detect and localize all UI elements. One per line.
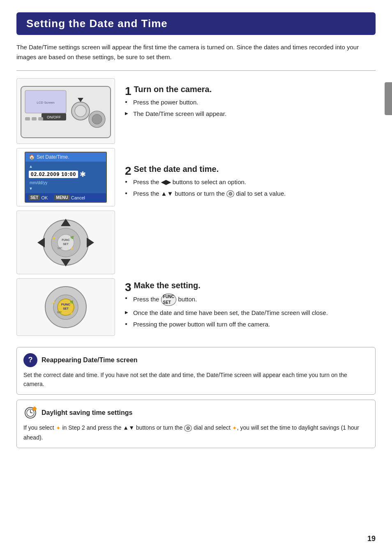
step3-item-0: Press the FUNCSET button. <box>125 294 376 306</box>
svg-text:🌿: 🌿 <box>70 236 74 239</box>
dpad-svg: FUNC SET MF 🌙 🌿 ⚡ <box>17 211 115 274</box>
daylight-text: If you select ✦ in Step 2 and press the … <box>23 423 369 442</box>
svg-rect-9 <box>32 117 37 120</box>
step2-item-1: Press the ▲▼ buttons or turn the ⊙ dial … <box>125 189 376 198</box>
svg-text:ON/OFF: ON/OFF <box>47 115 61 119</box>
dt-menu-label: MENU <box>54 195 69 200</box>
step3-title: Make the setting. <box>134 281 201 290</box>
step1-header: 1 Turn on the camera. <box>125 85 376 94</box>
step1-number: 1 <box>125 86 131 97</box>
step1-content: 1 Turn on the camera. Press the power bu… <box>125 82 376 121</box>
dt-cancel-btn: MENU Cancel <box>54 195 85 200</box>
svg-text:MF: MF <box>58 246 62 250</box>
dt-cancel-text: Cancel <box>71 195 85 200</box>
daylight-info-box: Daylight saving time settings If you sel… <box>16 400 376 448</box>
step2-items: Press the ◀▶ buttons to select an option… <box>125 177 376 199</box>
svg-text:MF: MF <box>57 310 62 314</box>
intro-text: The Date/Time settings screen will appea… <box>16 42 376 62</box>
page: Setting the Date and Time The Date/Time … <box>0 0 392 553</box>
step1-item-1: The Date/Time screen will appear. <box>125 109 376 118</box>
up-down-arrows-2: ▲▼ <box>123 424 134 431</box>
reappear-title: Reappearing Date/Time screen <box>42 356 138 364</box>
step1-item-0: Press the power button. <box>125 97 376 107</box>
dt-header: 🏠 Set Date/Time. <box>25 153 106 162</box>
step2-header: 2 Set the date and time. <box>125 164 376 174</box>
title-bar: Setting the Date and Time <box>16 12 376 35</box>
step1-image: ON/OFF LCD Screen <box>16 78 115 144</box>
dt-value: 02.02.2009 10:00 <box>29 171 78 178</box>
svg-text:LCD Screen: LCD Screen <box>37 101 55 104</box>
camera-svg: ON/OFF LCD Screen <box>17 78 115 144</box>
reappear-icon: ? <box>23 353 37 367</box>
dt-body: ▲ 02.02.2009 10:00 ✱ mm/dd/yy ▼ <box>25 162 106 193</box>
step2-title: Set the date and time. <box>134 164 219 174</box>
svg-text:🌙: 🌙 <box>51 300 55 304</box>
svg-text:🌙: 🌙 <box>52 236 55 239</box>
page-title: Setting the Date and Time <box>26 17 366 30</box>
step2-item-0: Press the ◀▶ buttons to select an option… <box>125 177 376 187</box>
dt-ok-btn: SET OK <box>29 195 48 200</box>
step3-header: 3 Make the setting. <box>125 281 376 290</box>
reappear-text: Set the correct date and time. If you ha… <box>23 370 369 389</box>
step1-title: Turn on the camera. <box>134 85 212 94</box>
dial-icon-2: ⊙ <box>184 425 192 432</box>
daylight-title-row: Daylight saving time settings <box>23 406 369 420</box>
svg-marker-19 <box>87 238 94 248</box>
svg-text:FUNC: FUNC <box>61 303 70 306</box>
page-number: 19 <box>367 534 376 543</box>
step2-image: 🏠 Set Date/Time. ▲ 02.02.2009 10:00 ✱ mm… <box>16 148 115 206</box>
step2-dpad-image: FUNC SET MF 🌙 🌿 ⚡ <box>16 211 115 274</box>
step3-item-2: Pressing the power button will turn off … <box>125 319 376 329</box>
sun-icon-2: ✦ <box>232 423 237 433</box>
dt-value-row: 02.02.2009 10:00 ✱ <box>29 170 103 179</box>
step3-items: Press the FUNCSET button. Once the date … <box>125 294 376 329</box>
dt-set-label: SET <box>29 195 40 200</box>
func-set-icon: FUNCSET <box>161 294 177 306</box>
step3-image: FUNC SET MF 🌙 🌿 ⚡ <box>16 278 115 336</box>
daylight-title: Daylight saving time settings <box>42 409 132 416</box>
svg-rect-10 <box>38 117 43 120</box>
svg-point-7 <box>92 114 102 124</box>
step2-number: 2 <box>125 165 131 177</box>
svg-text:🌿: 🌿 <box>70 300 74 304</box>
sun-icon-1: ✦ <box>56 423 61 433</box>
reappear-title-row: ? Reappearing Date/Time screen <box>23 353 369 367</box>
dst-icon <box>23 406 37 420</box>
dt-ok-text: OK <box>41 195 48 200</box>
datetime-screen: 🏠 Set Date/Time. ▲ 02.02.2009 10:00 ✱ mm… <box>25 152 107 203</box>
steps-container: ON/OFF LCD Screen <box>16 78 376 340</box>
dt-footer: SET OK MENU Cancel <box>25 193 106 202</box>
dt-house-icon: 🏠 <box>29 154 35 160</box>
svg-text:SET: SET <box>63 243 69 245</box>
step-images-column: ON/OFF LCD Screen <box>16 78 115 340</box>
left-right-arrows: ◀▶ <box>161 178 171 185</box>
svg-text:FUNC: FUNC <box>62 238 69 241</box>
svg-rect-8 <box>25 117 30 120</box>
dial-icon: ⊙ <box>226 190 234 197</box>
func-svg: FUNC SET MF 🌙 🌿 ⚡ <box>17 278 115 336</box>
svg-text:⚡: ⚡ <box>70 247 74 250</box>
dt-format: mm/dd/yy <box>29 180 103 185</box>
step3-content: 3 Make the setting. Press the FUNCSET bu… <box>125 278 376 331</box>
svg-marker-18 <box>37 238 45 248</box>
reappear-info-box: ? Reappearing Date/Time screen Set the c… <box>16 347 376 395</box>
step2-content: 2 Set the date and time. Press the ◀▶ bu… <box>125 162 376 201</box>
svg-point-39 <box>33 407 36 410</box>
up-down-arrows: ▲▼ <box>161 190 173 197</box>
svg-text:SET: SET <box>63 307 69 310</box>
side-tab <box>385 82 392 115</box>
step-contents-column: 1 Turn on the camera. Press the power bu… <box>125 78 376 340</box>
svg-point-4 <box>75 105 86 117</box>
svg-text:⚡: ⚡ <box>70 312 74 315</box>
section-divider <box>16 70 376 71</box>
step3-item-1: Once the date and time have been set, th… <box>125 308 376 317</box>
dt-asterisk-icon: ✱ <box>80 170 86 179</box>
step1-items: Press the power button. The Date/Time sc… <box>125 97 376 119</box>
dt-header-text: Set Date/Time. <box>37 154 69 160</box>
dst-svg <box>23 406 37 420</box>
step3-number: 3 <box>125 282 131 293</box>
